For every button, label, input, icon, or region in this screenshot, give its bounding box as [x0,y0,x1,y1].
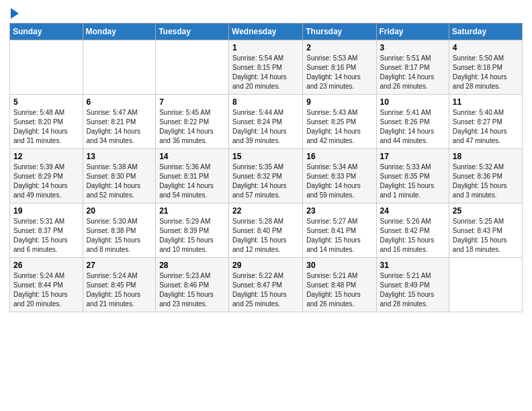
calendar-cell: 4Sunrise: 5:50 AM Sunset: 8:18 PM Daylig… [449,40,522,95]
day-info: Sunrise: 5:44 AM Sunset: 8:24 PM Dayligh… [232,108,299,146]
day-info: Sunrise: 5:32 AM Sunset: 8:36 PM Dayligh… [453,163,519,200]
calendar-cell: 20Sunrise: 5:30 AM Sunset: 8:38 PM Dayli… [83,203,156,258]
day-info: Sunrise: 5:41 AM Sunset: 8:26 PM Dayligh… [380,108,445,146]
calendar-cell: 5Sunrise: 5:48 AM Sunset: 8:20 PM Daylig… [10,95,83,149]
day-header-wednesday: Wednesday [229,24,303,40]
day-number: 9 [306,97,372,107]
day-number: 19 [13,206,79,216]
calendar-cell: 10Sunrise: 5:41 AM Sunset: 8:26 PM Dayli… [376,95,449,149]
header [9,7,523,19]
calendar-cell: 12Sunrise: 5:39 AM Sunset: 8:29 PM Dayli… [10,149,83,203]
day-number: 8 [232,97,299,107]
day-info: Sunrise: 5:31 AM Sunset: 8:37 PM Dayligh… [13,217,79,255]
day-info: Sunrise: 5:47 AM Sunset: 8:21 PM Dayligh… [87,108,152,146]
day-info: Sunrise: 5:54 AM Sunset: 8:15 PM Dayligh… [232,54,299,91]
logo-arrow-icon [11,8,19,19]
calendar-week-1: 1Sunrise: 5:54 AM Sunset: 8:15 PM Daylig… [10,40,523,95]
calendar-cell: 28Sunrise: 5:23 AM Sunset: 8:46 PM Dayli… [156,258,229,312]
day-info: Sunrise: 5:38 AM Sunset: 8:30 PM Dayligh… [87,163,152,200]
day-info: Sunrise: 5:27 AM Sunset: 8:41 PM Dayligh… [306,217,372,255]
day-info: Sunrise: 5:53 AM Sunset: 8:16 PM Dayligh… [306,54,372,91]
day-number: 22 [232,206,299,216]
day-info: Sunrise: 5:24 AM Sunset: 8:44 PM Dayligh… [13,271,79,309]
day-info: Sunrise: 5:34 AM Sunset: 8:33 PM Dayligh… [306,163,372,200]
calendar-cell: 17Sunrise: 5:33 AM Sunset: 8:35 PM Dayli… [376,149,449,203]
page: SundayMondayTuesdayWednesdayThursdayFrid… [0,0,532,411]
calendar-week-3: 12Sunrise: 5:39 AM Sunset: 8:29 PM Dayli… [10,149,523,203]
day-info: Sunrise: 5:33 AM Sunset: 8:35 PM Dayligh… [380,163,445,200]
calendar-week-4: 19Sunrise: 5:31 AM Sunset: 8:37 PM Dayli… [10,203,523,258]
day-number: 2 [306,43,372,52]
calendar-cell: 2Sunrise: 5:53 AM Sunset: 8:16 PM Daylig… [303,40,376,95]
day-header-monday: Monday [83,24,156,40]
calendar-cell: 31Sunrise: 5:21 AM Sunset: 8:49 PM Dayli… [376,258,449,312]
day-info: Sunrise: 5:48 AM Sunset: 8:20 PM Dayligh… [13,108,79,146]
calendar-cell: 3Sunrise: 5:51 AM Sunset: 8:17 PM Daylig… [376,40,449,95]
calendar-cell [156,40,229,95]
calendar-cell: 9Sunrise: 5:43 AM Sunset: 8:25 PM Daylig… [303,95,376,149]
day-info: Sunrise: 5:50 AM Sunset: 8:18 PM Dayligh… [453,54,519,91]
day-number: 27 [87,261,152,270]
calendar-week-5: 26Sunrise: 5:24 AM Sunset: 8:44 PM Dayli… [10,258,523,312]
day-number: 20 [87,206,152,216]
calendar-cell: 8Sunrise: 5:44 AM Sunset: 8:24 PM Daylig… [229,95,303,149]
day-info: Sunrise: 5:51 AM Sunset: 8:17 PM Dayligh… [380,54,445,91]
day-number: 16 [306,152,372,161]
calendar-cell: 29Sunrise: 5:22 AM Sunset: 8:47 PM Dayli… [229,258,303,312]
day-number: 13 [87,152,152,161]
day-number: 10 [380,97,445,107]
logo [9,7,19,19]
day-info: Sunrise: 5:40 AM Sunset: 8:27 PM Dayligh… [453,108,519,146]
calendar-cell: 27Sunrise: 5:24 AM Sunset: 8:45 PM Dayli… [83,258,156,312]
calendar-header-row: SundayMondayTuesdayWednesdayThursdayFrid… [10,24,523,40]
day-number: 7 [159,97,225,107]
calendar-cell: 19Sunrise: 5:31 AM Sunset: 8:37 PM Dayli… [10,203,83,258]
day-number: 30 [306,261,372,270]
day-info: Sunrise: 5:25 AM Sunset: 8:43 PM Dayligh… [453,217,519,255]
day-info: Sunrise: 5:21 AM Sunset: 8:49 PM Dayligh… [380,271,445,309]
calendar-cell [10,40,83,95]
calendar-cell: 18Sunrise: 5:32 AM Sunset: 8:36 PM Dayli… [449,149,522,203]
calendar-cell: 25Sunrise: 5:25 AM Sunset: 8:43 PM Dayli… [449,203,522,258]
day-number: 18 [453,152,519,161]
calendar-cell: 15Sunrise: 5:35 AM Sunset: 8:32 PM Dayli… [229,149,303,203]
day-number: 28 [159,261,225,270]
calendar-cell: 16Sunrise: 5:34 AM Sunset: 8:33 PM Dayli… [303,149,376,203]
day-info: Sunrise: 5:35 AM Sunset: 8:32 PM Dayligh… [232,163,299,200]
day-number: 5 [13,97,79,107]
calendar-cell: 30Sunrise: 5:21 AM Sunset: 8:48 PM Dayli… [303,258,376,312]
calendar-week-2: 5Sunrise: 5:48 AM Sunset: 8:20 PM Daylig… [10,95,523,149]
day-info: Sunrise: 5:21 AM Sunset: 8:48 PM Dayligh… [306,271,372,309]
day-info: Sunrise: 5:36 AM Sunset: 8:31 PM Dayligh… [159,163,225,200]
day-info: Sunrise: 5:23 AM Sunset: 8:46 PM Dayligh… [159,271,225,309]
day-info: Sunrise: 5:29 AM Sunset: 8:39 PM Dayligh… [159,217,225,255]
calendar-cell: 14Sunrise: 5:36 AM Sunset: 8:31 PM Dayli… [156,149,229,203]
calendar-table: SundayMondayTuesdayWednesdayThursdayFrid… [9,23,523,312]
day-info: Sunrise: 5:22 AM Sunset: 8:47 PM Dayligh… [232,271,299,309]
calendar-cell [83,40,156,95]
day-number: 17 [380,152,445,161]
day-info: Sunrise: 5:24 AM Sunset: 8:45 PM Dayligh… [87,271,152,309]
day-header-sunday: Sunday [10,24,83,40]
day-number: 29 [232,261,299,270]
calendar-cell: 6Sunrise: 5:47 AM Sunset: 8:21 PM Daylig… [83,95,156,149]
day-info: Sunrise: 5:39 AM Sunset: 8:29 PM Dayligh… [13,163,79,200]
calendar-cell: 24Sunrise: 5:26 AM Sunset: 8:42 PM Dayli… [376,203,449,258]
day-number: 24 [380,206,445,216]
day-number: 15 [232,152,299,161]
calendar-cell: 7Sunrise: 5:45 AM Sunset: 8:22 PM Daylig… [156,95,229,149]
day-number: 6 [87,97,152,107]
calendar-cell: 1Sunrise: 5:54 AM Sunset: 8:15 PM Daylig… [229,40,303,95]
calendar-cell: 11Sunrise: 5:40 AM Sunset: 8:27 PM Dayli… [449,95,522,149]
day-header-saturday: Saturday [449,24,522,40]
day-number: 23 [306,206,372,216]
calendar-cell: 23Sunrise: 5:27 AM Sunset: 8:41 PM Dayli… [303,203,376,258]
day-number: 31 [380,261,445,270]
day-number: 12 [13,152,79,161]
day-info: Sunrise: 5:45 AM Sunset: 8:22 PM Dayligh… [159,108,225,146]
day-header-friday: Friday [376,24,449,40]
day-number: 25 [453,206,519,216]
day-number: 3 [380,43,445,52]
day-number: 11 [453,97,519,107]
day-info: Sunrise: 5:30 AM Sunset: 8:38 PM Dayligh… [87,217,152,255]
